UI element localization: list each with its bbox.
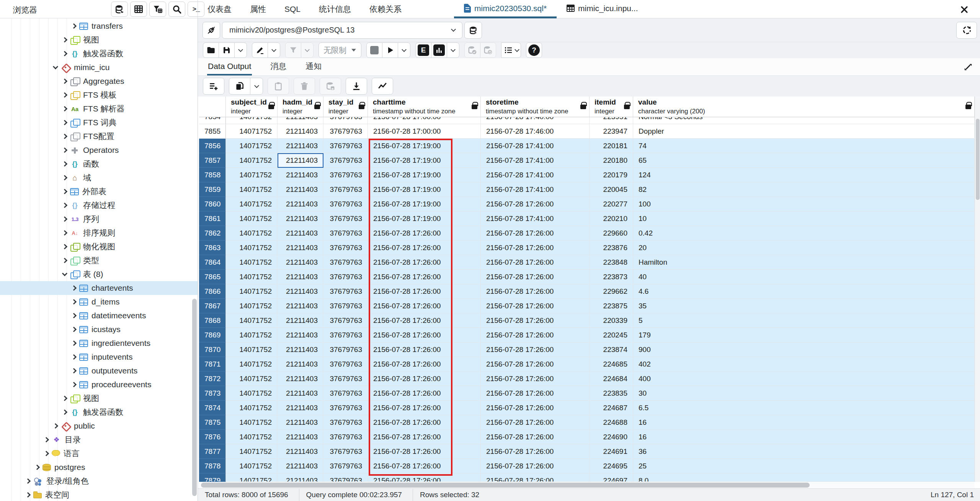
- row-number[interactable]: 7874: [199, 401, 226, 415]
- cell-hadm-id[interactable]: 21211403: [278, 473, 323, 482]
- cell-charttime[interactable]: 2156-07-28 17:00:00: [368, 117, 481, 124]
- column-header-stay-id[interactable]: stay_id integer: [323, 97, 368, 117]
- cell-subject-id[interactable]: 14071752: [226, 153, 278, 168]
- cell-stay-id[interactable]: 37679763: [323, 342, 368, 357]
- cell-storetime[interactable]: 2156-07-28 17:26:00: [481, 226, 590, 241]
- row-number[interactable]: 7872: [199, 372, 226, 386]
- tree-item-fts-词典[interactable]: FTS 词典: [0, 116, 198, 129]
- cell-hadm-id[interactable]: 21211403: [278, 415, 323, 430]
- chevron-right-icon[interactable]: [71, 382, 77, 387]
- cell-subject-id[interactable]: 14071752: [226, 124, 278, 139]
- cell-itemid[interactable]: 224691: [590, 444, 633, 459]
- close-button[interactable]: [959, 4, 970, 15]
- row-number[interactable]: 7855: [199, 124, 226, 139]
- row-number[interactable]: 7873: [199, 386, 226, 401]
- cell-charttime[interactable]: 2156-07-28 17:26:00: [368, 313, 481, 328]
- cell-subject-id[interactable]: 14071752: [226, 182, 278, 197]
- cell-value[interactable]: 5: [633, 313, 975, 328]
- chevron-right-icon[interactable]: [62, 175, 67, 180]
- cell-hadm-id[interactable]: 21211403: [278, 124, 323, 139]
- menu-item-仪表盘[interactable]: 仪表盘: [207, 4, 232, 15]
- cell-hadm-id[interactable]: 21211403: [278, 117, 323, 124]
- chevron-right-icon[interactable]: [62, 37, 67, 43]
- cell-subject-id[interactable]: 14071752: [226, 270, 278, 284]
- cell-hadm-id[interactable]: 21211403: [278, 444, 323, 459]
- cell-subject-id[interactable]: 14071752: [226, 211, 278, 226]
- cell-subject-id[interactable]: 14071752: [226, 241, 278, 255]
- cell-hadm-id[interactable]: 21211403: [278, 357, 323, 372]
- cell-charttime[interactable]: 2156-07-28 17:26:00: [368, 430, 481, 444]
- cell-value[interactable]: 179: [633, 328, 975, 342]
- cell-value[interactable]: 36: [633, 444, 975, 459]
- cell-stay-id[interactable]: 37679763: [323, 313, 368, 328]
- cell-hadm-id[interactable]: 21211403: [278, 270, 323, 284]
- column-header-subject-id[interactable]: subject_id integer: [226, 97, 278, 117]
- refresh-button[interactable]: [956, 22, 977, 39]
- cell-value[interactable]: 16: [633, 415, 975, 430]
- cell-hadm-id[interactable]: 21211403: [278, 430, 323, 444]
- tree-item-视图[interactable]: 视图: [0, 33, 198, 47]
- cell-storetime[interactable]: 2156-07-28 17:41:00: [481, 211, 590, 226]
- cell-value[interactable]: 124: [633, 168, 975, 182]
- menu-item-统计信息[interactable]: 统计信息: [319, 4, 351, 15]
- doc-tab-mimic-icu-inpu[interactable]: mimic_icu.inpu...: [557, 0, 648, 18]
- column-header-value[interactable]: value character varying (200): [633, 97, 975, 117]
- cell-itemid[interactable]: 224697: [590, 473, 633, 482]
- row-number[interactable]: 7867: [199, 299, 226, 313]
- explain-button[interactable]: E: [415, 43, 431, 58]
- tree-item-inputevents[interactable]: inputevents: [0, 350, 198, 364]
- result-tab-消息[interactable]: 消息: [270, 58, 287, 75]
- vertical-scrollbar-thumb[interactable]: [976, 119, 980, 200]
- cell-storetime[interactable]: 2156-07-28 17:26:00: [481, 342, 590, 357]
- download-results-button[interactable]: [346, 78, 367, 95]
- cell-subject-id[interactable]: 14071752: [226, 139, 278, 153]
- paste-button[interactable]: [268, 78, 289, 95]
- edit-button[interactable]: [252, 43, 268, 58]
- row-number[interactable]: 7857: [199, 153, 226, 168]
- filtered-rows-button[interactable]: [149, 2, 166, 17]
- cell-storetime[interactable]: 2156-07-28 17:26:00: [481, 459, 590, 473]
- tree-item-transfers[interactable]: transfers: [0, 19, 198, 33]
- cell-value[interactable]: 100: [633, 197, 975, 211]
- cell-itemid[interactable]: 224695: [590, 459, 633, 473]
- cell-charttime[interactable]: 2156-07-28 17:26:00: [368, 473, 481, 482]
- cell-storetime[interactable]: 2156-07-28 17:26:00: [481, 328, 590, 342]
- tree-item-datetimeevents[interactable]: datetimeevents: [0, 309, 198, 323]
- chevron-right-icon[interactable]: [71, 299, 77, 305]
- cell-charttime[interactable]: 2156-07-28 17:26:00: [368, 284, 481, 299]
- row-number[interactable]: 7871: [199, 357, 226, 372]
- cell-value[interactable]: 0.42: [633, 226, 975, 241]
- cell-hadm-id[interactable]: 21211403: [278, 241, 323, 255]
- cell-charttime[interactable]: 2156-07-28 17:26:00: [368, 270, 481, 284]
- cell-value[interactable]: Hamilton: [633, 255, 975, 270]
- cell-value[interactable]: 4.6: [633, 284, 975, 299]
- execute-options-button[interactable]: [398, 43, 410, 58]
- column-header-charttime[interactable]: charttime timestamp without time zone: [368, 97, 481, 117]
- cell-hadm-id[interactable]: 21211403: [278, 401, 323, 415]
- cell-itemid[interactable]: 223873: [590, 270, 633, 284]
- cell-stay-id[interactable]: 37679763: [323, 430, 368, 444]
- tree-item-序列[interactable]: 1..3 序列: [0, 212, 198, 226]
- chevron-right-icon[interactable]: [62, 51, 67, 56]
- delete-row-button[interactable]: [294, 78, 315, 95]
- save-data-changes-button[interactable]: [320, 78, 341, 95]
- cell-subject-id[interactable]: 14071752: [226, 342, 278, 357]
- cell-charttime[interactable]: 2156-07-28 17:19:00: [368, 139, 481, 153]
- cell-charttime[interactable]: 2156-07-28 17:19:00: [368, 182, 481, 197]
- chevron-right-icon[interactable]: [62, 161, 67, 167]
- new-connection-button[interactable]: [464, 22, 482, 39]
- row-number[interactable]: 7864: [199, 255, 226, 270]
- cell-charttime[interactable]: 2156-07-28 17:00:00: [368, 124, 481, 139]
- cell-charttime[interactable]: 2156-07-28 17:19:00: [368, 197, 481, 211]
- chevron-right-icon[interactable]: [62, 106, 67, 111]
- cell-subject-id[interactable]: 14071752: [226, 401, 278, 415]
- chevron-right-icon[interactable]: [62, 147, 67, 153]
- menu-item-sql[interactable]: SQL: [284, 5, 301, 14]
- tree-item-procedureevents[interactable]: procedureevents: [0, 378, 198, 391]
- copy-options-button[interactable]: [250, 78, 263, 95]
- cell-subject-id[interactable]: 14071752: [226, 386, 278, 401]
- chevron-right-icon[interactable]: [62, 396, 67, 401]
- cell-charttime[interactable]: 2156-07-28 17:26:00: [368, 357, 481, 372]
- cell-storetime[interactable]: 2156-07-28 17:40:00: [481, 117, 590, 124]
- row-number[interactable]: 7865: [199, 270, 226, 284]
